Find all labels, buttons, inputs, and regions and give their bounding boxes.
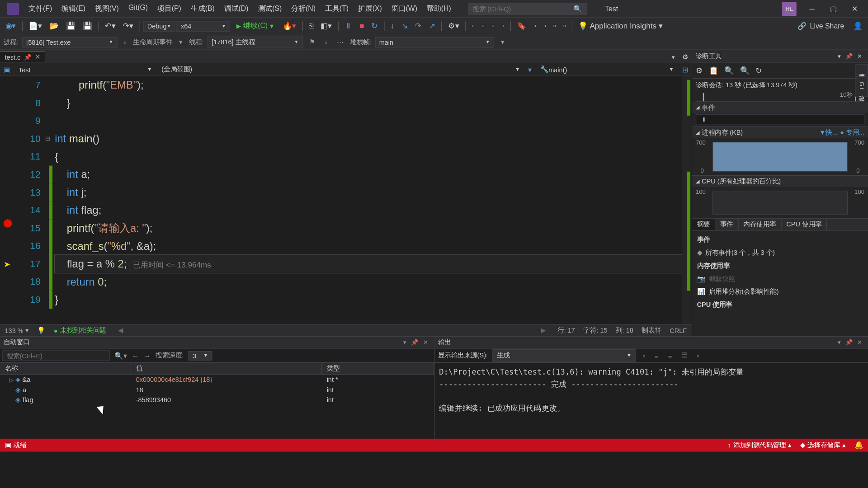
output-text[interactable]: D:\Project\C\Test\test.c(13,6): warning … [434,363,868,438]
notifications-icon[interactable]: 🔔 [854,441,863,449]
diag-all-events-row[interactable]: ◆所有事件(3 个，共 3 个) [696,247,864,259]
code-line[interactable]: int j; [55,183,682,202]
autos-dropdown-icon[interactable]: ▾ [401,339,409,346]
output-source-combo[interactable]: 生成▼ [493,349,636,362]
output-toggle-icon[interactable]: ≡ [665,351,674,360]
output-close-icon[interactable]: ✕ [855,339,864,346]
open-file-icon[interactable]: 📂 [47,20,62,33]
flag-icon[interactable]: ⚑ [307,36,318,47]
pause-icon[interactable]: ⏸ [342,20,355,33]
output-dropdown-icon[interactable]: ▾ [835,339,843,346]
diag-reset-icon[interactable]: ↻ [755,66,762,75]
close-tab-icon[interactable]: ✕ [35,53,40,61]
code-line[interactable]: } [55,94,682,112]
stop-icon[interactable]: ■ [357,20,368,33]
menu-item[interactable]: 测试(S) [253,1,287,16]
code-line[interactable]: return 0; [55,273,682,291]
diag-zoomin-icon[interactable]: 🔍 [740,66,750,75]
misc6-icon[interactable]: ▫ [540,20,549,33]
tab-dropdown-icon[interactable]: ▾ [668,52,678,61]
step-icon[interactable]: ⎘ [306,20,317,33]
pin-icon[interactable]: 📌 [24,54,31,61]
autos-close-icon[interactable]: ✕ [420,339,430,346]
diag-heap-row[interactable]: 📊启用堆分析(会影响性能) [696,286,864,298]
autos-pin-icon[interactable]: 📌 [409,339,420,346]
overview-ruler[interactable] [682,76,692,324]
search-input[interactable] [472,5,573,12]
nav-project-combo[interactable]: Test▼ [14,65,156,74]
diag-tab[interactable]: CPU 使用率 [782,219,827,230]
diag-zoomout-icon[interactable]: 🔍 [724,66,734,75]
code-line[interactable]: ⊟int main() [55,130,682,148]
code-line[interactable]: scanf_s("%d", &a); [55,237,682,255]
bookmark-icon[interactable]: 🔖 [514,20,529,33]
menu-item[interactable]: 项目(P) [153,1,186,16]
restart-icon[interactable]: ↻ [368,20,381,33]
maximize-button[interactable]: ▢ [823,0,844,17]
liveshare-button[interactable]: 🔗 Live Share [793,20,849,32]
code-line[interactable]: printf("EMB"); [55,76,682,94]
code-line[interactable]: } [55,291,682,309]
nav-scope-combo[interactable]: (全局范围)▼ [157,64,525,75]
autos-search-icon[interactable]: 🔍▾ [114,351,127,359]
feedback-icon[interactable]: 👤 [850,20,865,33]
code-line[interactable]: int flag; [55,202,682,220]
menu-item[interactable]: 扩展(X) [354,1,387,16]
breakpoint-toggle-icon[interactable]: ◧▾ [318,20,335,33]
autos-nav-back-icon[interactable]: ← [132,351,139,359]
breakpoint-icon[interactable] [4,219,12,227]
step-out-icon[interactable]: ↗ [426,20,439,33]
code-line[interactable]: int a; [55,166,682,184]
next-issue-icon[interactable]: ▶ [537,327,549,334]
prev-issue-icon[interactable]: ◀ [114,327,126,334]
continue-button[interactable]: 继续(C)▾ [231,19,278,33]
health-icon[interactable]: 💡 [37,327,45,334]
new-file-icon[interactable]: 📄▾ [26,20,46,33]
save-all-icon[interactable]: 💾 [80,20,95,33]
source-control-button[interactable]: ↑ 添加到源代码管理 ▴ [727,441,792,450]
diag-dropdown-icon[interactable]: ▾ [835,53,843,60]
menu-item[interactable]: 窗口(W) [387,1,422,16]
menu-item[interactable]: 视图(V) [90,1,124,16]
thread-icon[interactable]: ▫ [322,37,330,47]
menu-item[interactable]: 帮助(H) [422,1,456,16]
misc-icon[interactable]: ▫ [469,20,477,33]
lifecycle-icon[interactable]: ▫ [121,37,129,47]
autos-row[interactable]: ▷ ◈&a0x000000c4e81cf924 {18}int * [0,375,434,385]
user-badge[interactable]: HL [782,1,797,16]
misc5-icon[interactable]: ▫ [530,20,539,33]
menu-item[interactable]: 分析(N) [287,1,321,16]
thread-combo[interactable]: [17816] 主线程▼ [208,36,303,48]
code-line[interactable] [55,112,682,130]
autos-row[interactable]: ◈flag-858993460int [0,395,434,405]
undo-icon[interactable]: ↶▾ [102,20,118,33]
close-button[interactable]: ✕ [844,0,865,17]
diag-events-header[interactable]: 事件 [692,102,868,113]
autos-search-input[interactable] [2,350,109,361]
diag-close-icon[interactable]: ✕ [855,53,864,60]
show-next-icon[interactable]: ↓ [387,20,397,33]
menu-item[interactable]: 文件(F) [24,1,57,16]
fold-icon[interactable]: ⊟ [45,130,50,148]
app-insights-icon[interactable]: 💡 Application Insights ▾ [576,20,666,33]
output-list-icon[interactable]: ☰ [679,350,690,360]
diag-tab[interactable]: 摘要 [692,219,715,230]
output-clear-icon[interactable]: ▫ [641,351,648,360]
misc3-icon[interactable]: ▫ [489,20,497,33]
menu-item[interactable]: Git(G) [123,1,152,16]
menu-item[interactable]: 编辑(E) [57,1,90,16]
output-misc-icon[interactable]: ▫ [694,351,702,360]
side-tab[interactable]: 解决方案资源管理器 [855,64,868,75]
misc7-icon[interactable]: ▫ [550,20,559,33]
document-tab[interactable]: test.c 📌 ✕ [0,51,45,62]
redo-icon[interactable]: ↷▾ [120,20,137,33]
tab-settings-icon[interactable]: ⚙ [679,52,692,61]
stackframe-combo[interactable]: main▼ [375,37,494,47]
platform-combo[interactable]: x64▼ [177,20,231,31]
diag-tab[interactable]: 内存使用率 [739,219,782,230]
output-wrap-icon[interactable]: ≡ [652,351,661,360]
misc4-icon[interactable]: ▫ [499,20,507,33]
code-line[interactable]: { [55,148,682,166]
side-tab[interactable]: Git 更改 [855,76,868,96]
autos-row[interactable]: ◈a18int [0,385,434,395]
